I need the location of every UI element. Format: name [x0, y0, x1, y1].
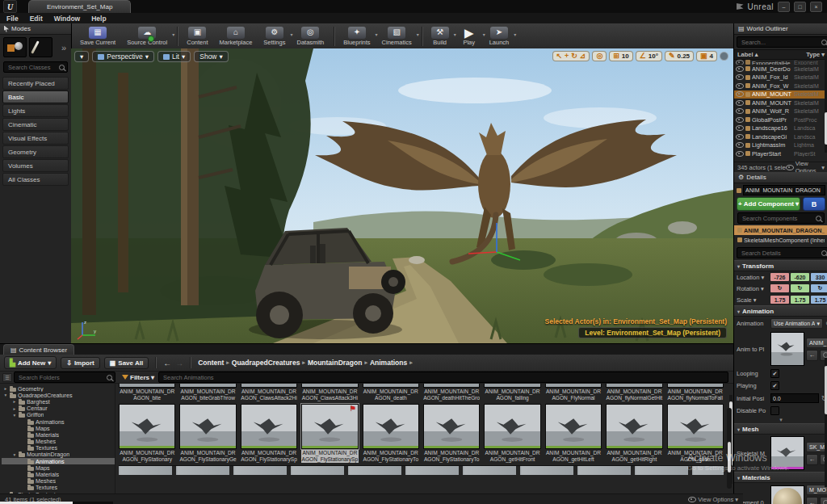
folder-item[interactable]: Maps [2, 464, 115, 471]
asset-tile[interactable]: ⚑ ANIM_MOUNTAIN_DRAGON_glide [667, 404, 724, 463]
save-current-button[interactable]: ▦ Save Current [76, 26, 121, 47]
scale-x-field[interactable]: 1.75 [770, 296, 789, 304]
world-outliner-tab[interactable]: ▤ World Outliner [734, 23, 827, 35]
breadcrumb-item[interactable]: MountainDragon ▸ [308, 359, 367, 367]
blueprints-button[interactable]: ✦ Blueprints ▾ [339, 26, 376, 47]
content-browser-tab[interactable]: ▤ Content Browser [3, 344, 74, 355]
asset-tile[interactable]: ANIM_MOUNTAIN_DRAGON_ClawsAttack2HitComb… [241, 384, 297, 401]
folder-item[interactable]: Animations [2, 458, 115, 464]
material-thumbnail[interactable] [770, 485, 804, 504]
visibility-eye-icon[interactable] [736, 117, 744, 123]
location-z-field[interactable]: 330 [811, 273, 827, 281]
content-button[interactable]: ▣ Content [183, 26, 213, 47]
visibility-eye-icon[interactable] [736, 142, 744, 148]
anim-asset-dropdown[interactable]: ANIM_▾ [806, 338, 827, 348]
visibility-eye-icon[interactable] [736, 60, 744, 65]
outliner-search-input[interactable] [740, 38, 821, 47]
asset-tile[interactable]: ⚑ ANIM_MOUNTAIN_DRAGON_FlyStationaryToFa… [363, 404, 419, 463]
asset-tile[interactable]: ⚑ ANIM_MOUNTAIN_DRAGON_FlyStationaryToLa… [423, 404, 480, 463]
asset-tile[interactable]: ⚑ ANIM_MOUNTAIN_DRAGON_FlyStationarySpre… [301, 404, 358, 463]
outliner-actor-row[interactable]: LandscapeGi Landsca [734, 132, 827, 141]
anim-asset-thumbnail[interactable] [770, 332, 804, 366]
content-view-options[interactable]: View Options ▾ [688, 496, 738, 503]
asset-tile[interactable]: ANIM_MOUNTAIN_DRAGON_falling [484, 384, 540, 401]
actor-name-field[interactable] [743, 185, 825, 195]
outliner-actor-row[interactable]: ANIM_Fox_Id SkeletalM [734, 74, 827, 82]
modes-list-item[interactable]: Lights [2, 104, 69, 117]
location-y-field[interactable]: -620 [791, 273, 809, 281]
back-button[interactable]: ← [163, 359, 171, 368]
modes-list-item[interactable]: Visual Effects [2, 132, 69, 145]
use-selected-icon[interactable]: ← [806, 497, 818, 504]
world-local-toggle[interactable]: ◎ [592, 51, 607, 61]
initial-position-field[interactable] [770, 393, 819, 403]
modes-list-item[interactable]: All Classes [2, 173, 69, 186]
animation-mode-dropdown[interactable]: Use Animation A ▾ [770, 318, 823, 329]
asset-grid-scrollbar[interactable] [727, 408, 732, 489]
asset-tile[interactable]: ⚑ ANIM_MOUNTAIN_DRAGON_FlyStationarySpit… [241, 404, 297, 463]
folder-item[interactable]: Meshes [2, 478, 115, 485]
asset-tile[interactable]: ANIM_MOUNTAIN_DRAGON_flyNormalToFall [667, 384, 724, 401]
folder-item[interactable]: ▸ Geometry [2, 385, 115, 392]
minimize-button[interactable]: – [778, 2, 790, 12]
breadcrumb-item[interactable]: Animations ▸ [370, 359, 413, 367]
folder-item[interactable]: Textures [2, 485, 115, 491]
asset-tile[interactable]: ⚑ ANIM_MOUNTAIN_DRAGON_FlyStationary [119, 404, 175, 463]
menu-edit[interactable]: Edit [30, 15, 43, 23]
visibility-eye-icon[interactable] [736, 100, 744, 106]
column-type[interactable]: Type ▾ [806, 51, 825, 58]
level-viewport[interactable]: ▾ Perspective ▾ Lit ▾ Show ▾ ↖ + ↻ ⊿ [71, 48, 733, 343]
outliner-actor-row[interactable]: ANIM_Wolf_R SkeletalM [734, 107, 827, 116]
rotation-y-field[interactable]: ↻ [791, 284, 809, 292]
asset-tile[interactable]: ANIM_MOUNTAIN_DRAGON_FlyNormal [545, 384, 602, 401]
outliner-actor-row[interactable]: ANIM_MOUNT SkeletalM [734, 90, 827, 99]
outliner-actor-row[interactable]: ANIM_Fox_W SkeletalM [734, 82, 827, 90]
visibility-eye-icon[interactable] [736, 91, 744, 97]
visibility-eye-icon[interactable] [736, 125, 744, 131]
asset-tile[interactable]: ANIM_MOUNTAIN_DRAGON_death [363, 384, 419, 401]
outliner-actor-row[interactable]: ANIM_DeerDo SkeletalM [734, 65, 827, 74]
playing-checkbox[interactable]: ✔ [770, 381, 779, 390]
filters-button[interactable]: Filters ▾ [118, 374, 158, 381]
asset-tile[interactable]: ANIM_MOUNTAIN_DRAGON_bite [119, 384, 175, 401]
outliner-actor-row[interactable]: GlobalPostPr PostProc [734, 116, 827, 124]
menu-window[interactable]: Window [54, 15, 81, 23]
folder-item[interactable]: Maps [2, 425, 115, 431]
cinematics-button[interactable]: ▧ Cinematics ▾ [378, 26, 418, 47]
rotation-x-field[interactable]: ↻ [770, 284, 789, 292]
mesh-section-header[interactable]: ▾ Mesh [734, 423, 827, 435]
more-modes-chevron[interactable]: » [61, 43, 68, 52]
visibility-eye-icon[interactable] [736, 83, 744, 89]
edit-blueprint-button[interactable]: B [803, 197, 825, 211]
disable-post-checkbox[interactable] [770, 406, 779, 415]
visibility-eye-icon[interactable] [736, 108, 744, 114]
current-level-badge[interactable]: Level: Environment_Set_Map (Persistent) [578, 327, 727, 338]
folder-item[interactable]: ▾ MountainDragon [2, 452, 115, 458]
add-new-button[interactable]: ▙ Add New ▾ [4, 356, 57, 369]
paint-mode-button[interactable] [29, 37, 52, 57]
modes-list-item[interactable]: Geometry [2, 145, 69, 158]
forward-button[interactable]: → [175, 359, 183, 368]
modes-list-item[interactable]: Recently Placed [2, 77, 69, 90]
search-folders-input[interactable] [17, 373, 107, 382]
sources-toggle-icon[interactable]: ☰ [2, 373, 12, 382]
asset-tile[interactable]: ANIM_MOUNTAIN_DRAGON_deathHitTheGround [423, 384, 480, 401]
level-tab[interactable]: Environment_Set_Map [28, 0, 131, 13]
looping-checkbox[interactable]: ✔ [770, 369, 779, 378]
folder-item[interactable]: Materials [2, 431, 115, 438]
source-control-button[interactable]: ☁ Source Control ▾ [123, 26, 173, 47]
folder-item[interactable]: ▸ Centaur [2, 405, 115, 412]
browse-icon[interactable] [820, 497, 827, 504]
breadcrumb-item[interactable]: QuadrapedCreatures ▸ [232, 359, 305, 367]
visibility-eye-icon[interactable] [736, 134, 744, 140]
outliner-actor-row[interactable]: ExponentialHe Exponent [734, 60, 827, 65]
breadcrumb-item[interactable]: Content ▸ [198, 359, 229, 367]
close-button[interactable]: × [810, 2, 822, 12]
modes-list-item[interactable]: Basic [2, 90, 69, 103]
folder-item[interactable]: Materials [2, 471, 115, 477]
viewport-maximize-icon[interactable] [720, 52, 728, 61]
folder-item[interactable]: ▾ QuadrapedCreatures [2, 392, 115, 398]
scale-y-field[interactable]: 1.75 [791, 296, 809, 304]
view-mode-button[interactable]: Lit ▾ [157, 51, 191, 62]
play-button[interactable]: ▶ Play ▾ [456, 26, 484, 47]
